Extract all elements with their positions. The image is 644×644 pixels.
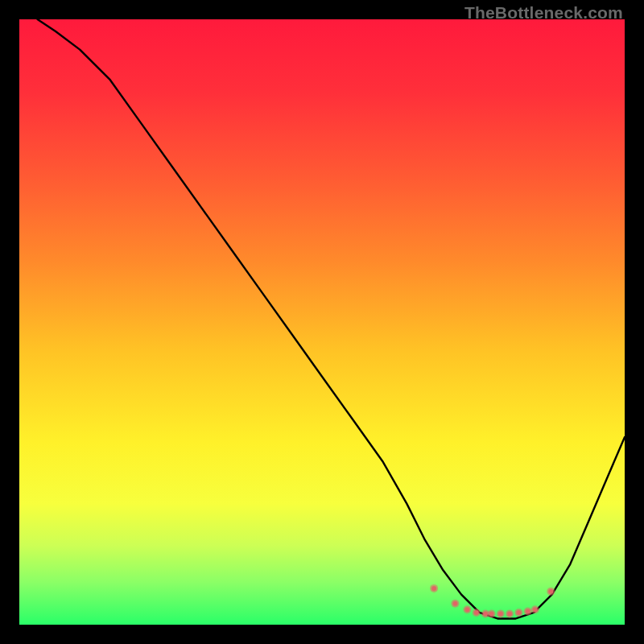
marker-dot-core <box>452 601 457 606</box>
watermark-text: TheBottleneck.com <box>464 3 623 23</box>
marker-dot-core <box>516 610 521 615</box>
marker-dot-core <box>533 607 538 612</box>
marker-dot-core <box>507 611 512 616</box>
marker-dot-core <box>431 586 436 591</box>
marker-dot-core <box>548 589 553 594</box>
marker-dot-core <box>489 611 494 616</box>
chart-plot-area <box>19 19 625 625</box>
chart-svg <box>19 19 625 625</box>
gradient-background <box>19 19 625 625</box>
marker-dot-core <box>483 611 488 616</box>
marker-dot-core <box>526 609 530 613</box>
marker-dot-core <box>474 610 479 615</box>
marker-dot-core <box>498 611 503 616</box>
marker-dot-core <box>464 607 469 612</box>
